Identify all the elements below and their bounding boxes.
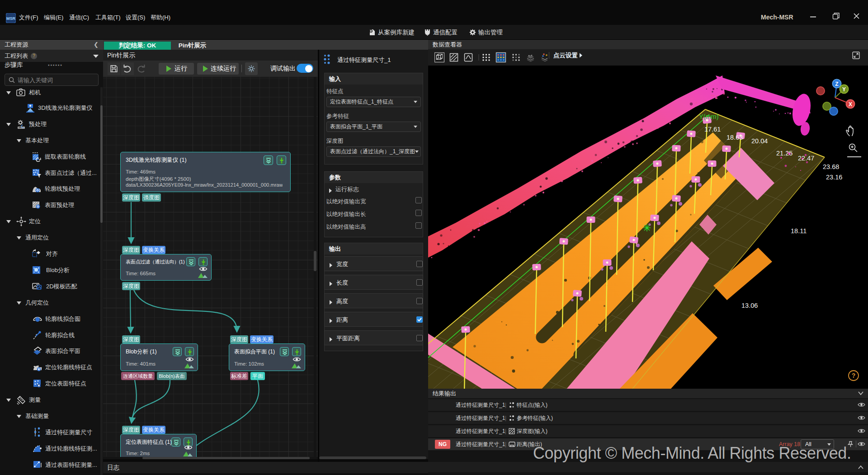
svg-text:23.68: 23.68 [823, 163, 839, 170]
svg-text:X: X [849, 101, 852, 108]
svg-text:20.04: 20.04 [751, 137, 768, 145]
svg-text:22.47: 22.47 [798, 155, 814, 162]
svg-text:13.06: 13.06 [741, 302, 758, 309]
svg-text:21.25: 21.25 [776, 150, 793, 157]
svg-text:18.63: 18.63 [726, 134, 743, 141]
svg-text:Z: Z [835, 81, 838, 87]
svg-text:MSR: MSR [6, 16, 16, 21]
svg-text:?: ? [852, 372, 856, 379]
svg-text:Y: Y [842, 86, 846, 93]
svg-text:17.61: 17.61 [704, 126, 721, 133]
svg-text:23.16: 23.16 [826, 174, 842, 181]
svg-text:Y(mm): Y(mm) [699, 113, 719, 120]
svg-text:18.11: 18.11 [791, 227, 807, 235]
